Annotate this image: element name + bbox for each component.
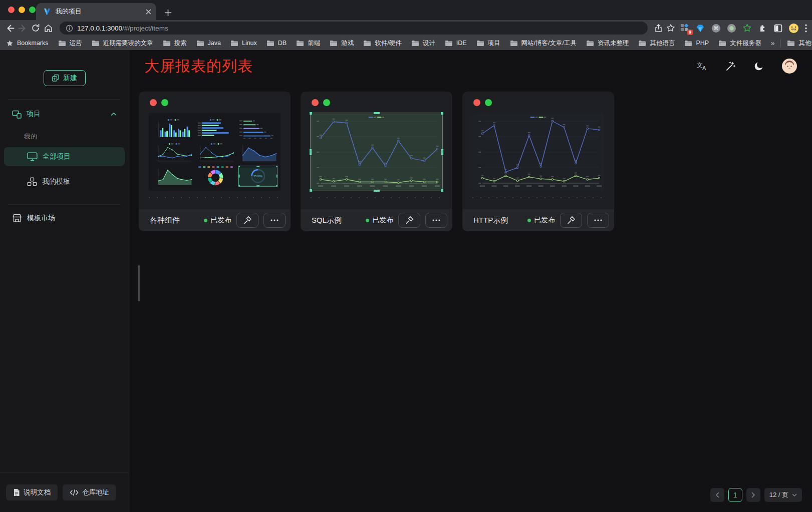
extension-darkreader-icon[interactable] [772,24,784,33]
sidebar-group-label: 项目 [27,110,41,119]
other-bookmarks-folder[interactable]: 其他书签 [787,39,812,48]
screens-icon [12,110,22,119]
magic-wand-icon[interactable] [725,61,736,72]
close-tab-icon[interactable] [146,9,151,15]
bookmark-folder[interactable]: Linux [230,39,257,48]
bookmark-folder[interactable]: 搜索 [163,39,187,48]
bookmark-folder[interactable]: 运营 [58,39,82,48]
next-page-button[interactable] [746,488,760,502]
red-dot [150,99,157,106]
scrollbar-thumb[interactable] [138,265,140,301]
bookmarks-manager[interactable]: Bookmarks [6,40,49,47]
project-thumbnail-selected[interactable] [311,113,442,191]
home-button[interactable] [44,24,53,33]
bookmark-folder[interactable]: 游戏 [330,39,354,48]
bookmark-folder[interactable]: IDE [445,39,467,48]
bookmark-folder[interactable]: 近期需要读的文章 [92,39,153,48]
bookmarks-overflow-chevron[interactable]: » [771,39,775,47]
current-page-button[interactable]: 1 [728,488,742,502]
folder-icon [92,40,100,47]
sidebar-item-all-projects[interactable]: 全部项目 [4,147,125,166]
folder-icon [684,40,692,47]
site-info-icon[interactable] [66,25,73,32]
bookmark-folder[interactable]: 其他语言 [638,39,675,48]
extension-record-icon[interactable] [725,24,737,33]
bookmark-folder-label: 游戏 [341,39,354,48]
profile-avatar-smiley[interactable] [787,23,799,34]
share-icon[interactable] [654,24,663,33]
forward-button[interactable] [18,24,28,33]
more-options-button[interactable] [425,213,447,228]
publish-status: 已发布 [527,216,555,225]
ellipsis-icon [594,219,602,221]
extensions-puzzle-icon[interactable] [756,24,768,33]
project-name: SQL示例 [312,216,342,225]
folder-icon [230,40,238,47]
browser-menu-icon[interactable] [805,24,807,33]
bookmark-folder[interactable]: Java [196,39,221,48]
fullscreen-window-button[interactable] [29,7,36,13]
folder-icon [586,40,594,47]
prev-page-button[interactable] [710,488,724,502]
bookmark-folder[interactable]: PHP [684,39,709,48]
bookmark-folder[interactable]: DB [266,39,287,48]
goview-app: 新建 项目 我的 全部项目 我的模板 模板市场 说明文档 [0,50,812,512]
minimize-window-button[interactable] [19,7,25,13]
sidebar-item-label: 我的模板 [42,177,70,186]
sidebar-item-my-templates[interactable]: 我的模板 [4,172,125,191]
bookmark-folder[interactable]: 项目 [476,39,500,48]
bookmark-folder[interactable]: 前端 [296,39,320,48]
folder-icon [363,40,371,47]
bookmark-folder[interactable]: 设计 [411,39,435,48]
folder-icon [787,40,795,47]
new-project-button[interactable]: 新建 [44,70,86,86]
mini-chart-area [238,142,278,163]
sidebar-group-project[interactable]: 项目 [0,107,129,121]
project-card-sql-example[interactable]: SQL示例 已发布 [301,92,452,231]
project-card-various-components[interactable]: 25.00% 各种组件 已发布 [139,92,291,231]
extension-proxy-icon[interactable]: 9 [679,24,691,33]
project-name: HTTP示例 [473,216,508,225]
bookmark-folders: 运营近期需要读的文章搜索JavaLinuxDB前端游戏软件/硬件设计IDE项目网… [58,39,761,48]
address-bar[interactable]: 127.0.0.1:3000/#/project/items [60,22,648,35]
project-name: 各种组件 [150,216,180,225]
bookmark-folder[interactable]: 资讯未整理 [586,39,629,48]
language-icon[interactable]: 文A [696,61,707,71]
close-window-button[interactable] [8,7,15,13]
bookmark-star-icon[interactable] [666,24,675,33]
bookmark-folder[interactable]: 软件/硬件 [363,39,401,48]
dark-mode-moon-icon[interactable] [754,61,764,71]
extension-command-icon[interactable]: ⌘ [710,24,722,33]
edit-hammer-button[interactable] [236,213,258,228]
sidebar: 新建 项目 我的 全部项目 我的模板 模板市场 说明文档 [0,50,129,512]
more-options-button[interactable] [263,213,286,228]
project-thumbnail[interactable] [472,113,604,191]
page-size-select[interactable]: 12 / 页 [764,488,802,502]
project-card-http-example[interactable]: HTTP示例 已发布 [462,92,614,231]
reload-button[interactable] [31,24,40,33]
sidebar-divider [8,99,121,100]
status-dot [204,219,207,222]
bookmarks-label: Bookmarks [17,40,49,47]
extension-gem-icon[interactable] [694,24,706,33]
chevron-down-icon [792,493,797,497]
repo-button[interactable]: 仓库地址 [63,484,116,500]
sidebar-item-template-market[interactable]: 模板市场 [0,211,129,225]
extension-tampermonkey-icon[interactable] [741,24,753,33]
edit-hammer-button[interactable] [398,213,420,228]
new-tab-button[interactable] [164,9,172,17]
browser-tab[interactable]: 我的项目 [36,3,156,20]
more-options-button[interactable] [587,213,609,228]
user-avatar[interactable] [782,59,797,74]
docs-button[interactable]: 说明文档 [6,484,58,500]
back-button[interactable] [5,24,15,33]
edit-hammer-button[interactable] [560,213,582,228]
project-thumbnail[interactable]: 25.00% [149,113,281,191]
publish-status: 已发布 [366,216,393,225]
bookmark-folder[interactable]: 文件服务器 [718,39,761,48]
status-label: 已发布 [210,216,231,225]
card-window-dots [462,92,614,113]
window-controls [8,7,36,13]
ellipsis-icon [432,219,440,221]
bookmark-folder[interactable]: 网站/博客/文章/工具 [510,39,577,48]
